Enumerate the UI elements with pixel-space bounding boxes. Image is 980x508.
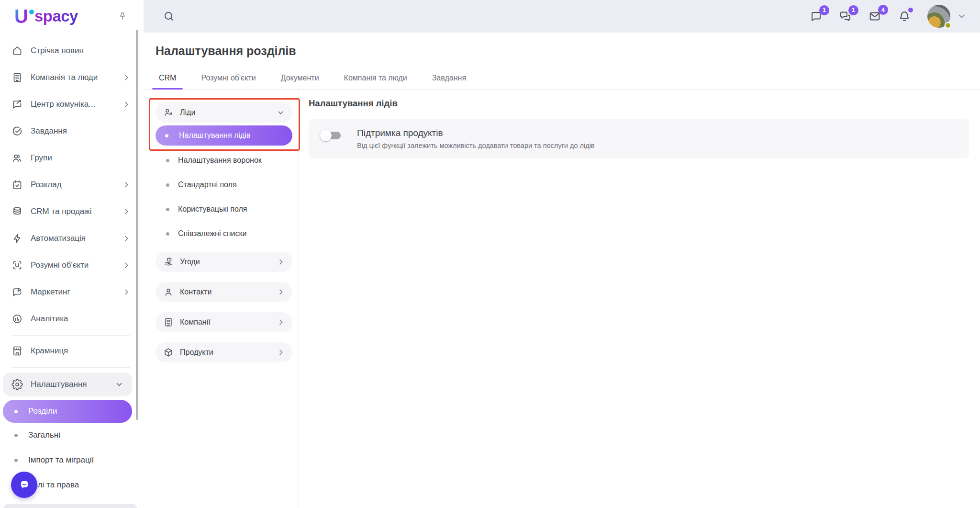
panel-group-label: Контакти (180, 288, 277, 296)
avatar[interactable] (927, 5, 950, 28)
tab-tasks[interactable]: Завдання (424, 74, 474, 89)
pin-icon[interactable] (118, 11, 127, 22)
panel-group-leads[interactable]: Ліди (156, 102, 292, 123)
sidebar-item-tasks[interactable]: Завдання (0, 121, 137, 142)
chats-icon[interactable]: 1 (839, 10, 852, 23)
sidebar-item-company-people[interactable]: Компанія та люди (0, 67, 137, 88)
panel-group-label: Компанії (180, 318, 277, 327)
sidebar-item-comm-center[interactable]: Центр комуніка... (0, 94, 137, 115)
chevron-right-icon (122, 235, 130, 242)
sidebar-item-label: Налаштування (31, 380, 115, 389)
sidebar-nav: Стрічка новин Компанія та люди Центр ком… (0, 33, 144, 497)
sidebar-subitem-label: Розділи (28, 406, 57, 416)
bullet-dot (14, 434, 18, 437)
sidebar-item-label: Крамниця (31, 346, 130, 356)
logo-u: U (14, 7, 28, 26)
panel-item-standard-fields[interactable]: Стандартні поля (156, 175, 292, 194)
sidebar-item-label: Маркетинг (31, 287, 122, 297)
sidebar-item-marketing[interactable]: Маркетинг (0, 282, 137, 303)
sidebar-subitem-general[interactable]: Загальні (0, 423, 137, 448)
panel-item-label: Налаштування воронок (178, 156, 262, 165)
sidebar-subitem-label: Імпорт та міграції (28, 455, 94, 465)
user-menu[interactable] (927, 5, 967, 28)
panel-group-label: Ліди (180, 108, 277, 117)
sidebar-item-label: Стрічка новин (31, 46, 130, 56)
panel-group-deals[interactable]: Угоди (156, 252, 292, 272)
chevron-right-icon (277, 318, 285, 326)
sidebar-item-groups[interactable]: Групи (0, 147, 137, 169)
chat-badge: 1 (819, 5, 829, 15)
tab-company-people[interactable]: Компанія та люди (336, 74, 415, 89)
logo-text: spacy (34, 7, 78, 26)
comm-bubble-icon (11, 99, 23, 110)
tabs-bar: CRM Розумні об'єкти Документи Компанія т… (144, 68, 980, 90)
panel-item-label: Співзалежні списки (178, 229, 246, 238)
sidebar-subitem-label: Загальні (28, 430, 60, 440)
topbar: 1 1 4 (144, 0, 980, 33)
chevron-down-icon (115, 380, 123, 389)
panel-group-label: Угоди (180, 258, 277, 266)
panel-groups: Угоди Контакти Компанії (156, 252, 292, 365)
sidebar-item-label: Центр комуніка... (31, 100, 122, 109)
panel-item-dependent-lists[interactable]: Співзалежні списки (156, 224, 292, 243)
sidebar-item-schedule[interactable]: Розклад (0, 174, 137, 195)
chat-icon[interactable]: 1 (810, 10, 823, 23)
chevron-right-icon (122, 74, 130, 81)
product-support-card: Підтримка продуктів Від цієї функції зал… (309, 119, 969, 158)
chevron-right-icon (122, 101, 130, 108)
chevron-right-icon (277, 288, 285, 296)
search-icon[interactable] (163, 10, 175, 23)
tab-crm[interactable]: CRM (151, 74, 184, 89)
uspacy-logo[interactable]: U spacy (14, 7, 78, 26)
support-chat-button[interactable] (11, 472, 37, 498)
toggle-description: Від цієї функції залежить можливість дод… (357, 142, 595, 149)
chat-bubble-icon (18, 478, 31, 492)
lead-icon (163, 107, 174, 118)
toggle-title: Підтримка продуктів (357, 128, 595, 138)
chevron-right-icon (122, 181, 130, 189)
panel-group-label: Продукти (180, 348, 277, 357)
bullet-dot (14, 410, 18, 413)
panel-item-funnel-settings[interactable]: Налаштування воронок (156, 151, 292, 170)
status-dot (945, 22, 951, 29)
bullet-dot (166, 208, 169, 211)
mail-icon[interactable]: 4 (868, 10, 881, 23)
smart-objects-icon (11, 260, 23, 271)
product-support-toggle[interactable] (320, 129, 342, 142)
sidebar-item-settings[interactable]: Налаштування (3, 373, 132, 396)
marketing-icon (11, 286, 23, 298)
building-icon (11, 72, 23, 83)
deal-icon (163, 257, 174, 267)
chevron-down-icon[interactable] (957, 11, 967, 21)
tab-smart-objects[interactable]: Розумні об'єкти (193, 74, 263, 89)
chevron-right-icon (277, 349, 285, 356)
mail-badge: 4 (878, 5, 888, 15)
panel-group-contacts[interactable]: Контакти (156, 282, 292, 302)
sidebar-item-label: CRM та продажі (31, 207, 122, 216)
content-heading: Налаштування лідів (309, 98, 969, 109)
sidebar-item-smart-objects[interactable]: Розумні об'єкти (0, 255, 137, 276)
sidebar-item-label: Групи (31, 153, 130, 163)
lead-settings-content: Налаштування лідів Підтримка продуктів В… (299, 90, 980, 508)
bell-icon[interactable] (898, 10, 911, 23)
sidebar-subitem-sections[interactable]: Розділи (3, 400, 132, 423)
sidebar-item-automation[interactable]: Автоматизація (0, 228, 137, 249)
sidebar-item-shop[interactable]: Крамниця (0, 340, 137, 361)
bolt-icon (11, 233, 23, 244)
sidebar-item-newsfeed[interactable]: Стрічка новин (0, 40, 137, 61)
sidebar-item-analytics[interactable]: Аналітика (0, 308, 137, 329)
panel-item-lead-settings[interactable]: Налаштування лідів (156, 125, 292, 146)
bullet-dot (166, 159, 169, 162)
sidebar-bottom-peek (4, 504, 137, 508)
bullet-dot (165, 134, 168, 137)
panel-group-products[interactable]: Продукти (156, 342, 292, 362)
panel-item-custom-fields[interactable]: Користувацькі поля (156, 200, 292, 219)
sidebar-item-crm[interactable]: CRM та продажі (0, 201, 137, 222)
panel-group-companies[interactable]: Компанії (156, 312, 292, 332)
sidebar-subitem-import[interactable]: Імпорт та міграції (0, 448, 137, 473)
company-icon (163, 317, 174, 327)
toggle-knob (320, 130, 332, 141)
sidebar-scrollbar[interactable] (136, 30, 138, 420)
bell-badge-dot (908, 8, 913, 12)
tab-documents[interactable]: Документи (273, 74, 327, 89)
